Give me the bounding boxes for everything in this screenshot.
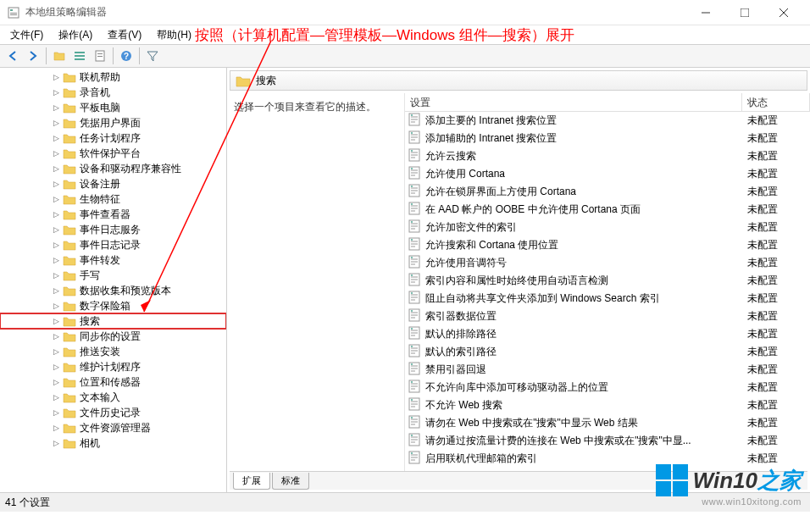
tree-item[interactable]: ▷软件保护平台 xyxy=(0,146,226,161)
expander-icon[interactable]: ▷ xyxy=(51,133,61,143)
forward-button[interactable] xyxy=(24,47,42,65)
tree-item[interactable]: ▷生物特征 xyxy=(0,191,226,207)
help-button[interactable]: ? xyxy=(117,47,136,65)
list-row[interactable]: 允许加密文件的索引未配置 xyxy=(405,219,810,236)
list-row[interactable]: 添加主要的 Intranet 搜索位置未配置 xyxy=(405,112,810,130)
menu-view[interactable]: 查看(V) xyxy=(101,26,148,44)
svg-rect-11 xyxy=(75,55,85,57)
filter-button[interactable] xyxy=(143,47,162,65)
setting-label: 允许使用 Cortana xyxy=(425,167,742,181)
expander-icon[interactable]: ▷ xyxy=(51,270,61,280)
policy-icon xyxy=(408,433,422,449)
expander-icon[interactable]: ▷ xyxy=(51,346,61,357)
list-row[interactable]: 阻止自动将共享文件夹添加到 Windows Search 索引未配置 xyxy=(405,290,810,308)
tree-item[interactable]: ▷设备注册 xyxy=(0,176,226,191)
tree-item[interactable]: ▷推送安装 xyxy=(0,344,226,359)
tree-item[interactable]: ▷手写 xyxy=(0,268,226,283)
expander-icon[interactable]: ▷ xyxy=(51,285,61,296)
expander-icon[interactable]: ▷ xyxy=(51,331,61,341)
tree-item[interactable]: ▷录音机 xyxy=(0,85,226,100)
tree-item[interactable]: ▷数字保险箱 xyxy=(0,298,226,313)
properties-button[interactable] xyxy=(91,47,109,65)
list-row[interactable]: 不允许 Web 搜索未配置 xyxy=(405,396,810,414)
list-row[interactable]: 添加辅助的 Intranet 搜索位置未配置 xyxy=(405,130,810,147)
tree-item-label: 录音机 xyxy=(80,86,110,100)
setting-state: 未配置 xyxy=(742,238,810,252)
list-row[interactable]: 请勿在 Web 中搜索或在"搜索"中显示 Web 结果未配置 xyxy=(405,414,810,432)
close-button[interactable] xyxy=(764,0,803,25)
expander-icon[interactable]: ▷ xyxy=(51,423,61,433)
list-row[interactable]: 不允许向库中添加可移动驱动器上的位置未配置 xyxy=(405,379,810,396)
tree-item[interactable]: ▷搜索 xyxy=(0,313,226,329)
list-row[interactable]: 索引器数据位置未配置 xyxy=(405,308,810,325)
list-button[interactable] xyxy=(70,47,89,65)
expander-icon[interactable]: ▷ xyxy=(51,72,61,82)
tree-pane[interactable]: ▷联机帮助▷录音机▷平板电脑▷凭据用户界面▷任务计划程序▷软件保护平台▷设备和驱… xyxy=(0,68,227,492)
expander-icon[interactable]: ▷ xyxy=(51,148,61,158)
expander-icon[interactable]: ▷ xyxy=(51,103,61,113)
tab-extended[interactable]: 扩展 xyxy=(233,473,270,490)
list-row[interactable]: 在 AAD 帐户的 OOBE 中允许使用 Cortana 页面未配置 xyxy=(405,201,810,219)
expander-icon[interactable]: ▷ xyxy=(51,392,61,402)
list-row[interactable]: 默认的索引路径未配置 xyxy=(405,343,810,361)
list-row[interactable]: 启用联机代理邮箱的索引未配置 xyxy=(405,450,810,468)
expander-icon[interactable]: ▷ xyxy=(51,301,61,311)
settings-list[interactable]: 设置 状态 添加主要的 Intranet 搜索位置未配置添加辅助的 Intran… xyxy=(405,93,810,471)
tree-item[interactable]: ▷事件转发 xyxy=(0,252,226,268)
list-row[interactable]: 索引内容和属性时始终使用自动语言检测未配置 xyxy=(405,272,810,290)
tree-item[interactable]: ▷文件资源管理器 xyxy=(0,420,226,435)
maximize-button[interactable] xyxy=(725,0,764,25)
expander-icon[interactable]: ▷ xyxy=(51,194,61,204)
expander-icon[interactable]: ▷ xyxy=(51,377,61,387)
menu-help[interactable]: 帮助(H) xyxy=(150,26,198,44)
tree-item[interactable]: ▷位置和传感器 xyxy=(0,374,226,390)
column-state[interactable]: 状态 xyxy=(742,93,810,111)
expander-icon[interactable]: ▷ xyxy=(51,224,61,235)
back-button[interactable] xyxy=(3,47,22,65)
list-row[interactable]: 禁用引器回退未配置 xyxy=(405,361,810,379)
tree-item-label: 文件资源管理器 xyxy=(80,421,151,435)
tree-item[interactable]: ▷设备和驱动程序兼容性 xyxy=(0,161,226,176)
expander-icon[interactable]: ▷ xyxy=(51,255,61,265)
expander-icon[interactable]: ▷ xyxy=(51,118,61,128)
folder-icon xyxy=(236,75,251,87)
list-row[interactable]: 允许云搜索未配置 xyxy=(405,147,810,165)
tree-item[interactable]: ▷维护计划程序 xyxy=(0,359,226,374)
tab-standard[interactable]: 标准 xyxy=(272,473,309,490)
expander-icon[interactable]: ▷ xyxy=(51,407,61,418)
column-setting[interactable]: 设置 xyxy=(405,93,742,111)
up-button[interactable] xyxy=(50,47,69,65)
tree-item-label: 位置和传感器 xyxy=(80,375,141,390)
expander-icon[interactable]: ▷ xyxy=(51,87,61,97)
setting-state: 未配置 xyxy=(742,220,810,235)
tree-item[interactable]: ▷联机帮助 xyxy=(0,69,226,85)
tree-item[interactable]: ▷平板电脑 xyxy=(0,100,226,115)
tree-item[interactable]: ▷事件日志服务 xyxy=(0,222,226,237)
list-row[interactable]: 允许搜索和 Cortana 使用位置未配置 xyxy=(405,236,810,254)
tree-item[interactable]: ▷文本输入 xyxy=(0,390,226,405)
menu-action[interactable]: 操作(A) xyxy=(52,26,99,44)
tree-item[interactable]: ▷同步你的设置 xyxy=(0,329,226,344)
list-row[interactable]: 允许在锁屏界面上方使用 Cortana未配置 xyxy=(405,183,810,201)
tree-item[interactable]: ▷事件日志记录 xyxy=(0,237,226,252)
list-row[interactable]: 默认的排除路径未配置 xyxy=(405,325,810,343)
tree-item[interactable]: ▷文件历史记录 xyxy=(0,405,226,420)
tree-item[interactable]: ▷相机 xyxy=(0,435,226,451)
list-row[interactable]: 允许使用音调符号未配置 xyxy=(405,254,810,272)
list-row[interactable]: 请勿通过按流量计费的连接在 Web 中搜索或在"搜索"中显...未配置 xyxy=(405,432,810,450)
tree-item[interactable]: ▷数据收集和预览版本 xyxy=(0,283,226,298)
tree-item[interactable]: ▷任务计划程序 xyxy=(0,130,226,146)
expander-icon[interactable]: ▷ xyxy=(51,316,61,326)
expander-icon[interactable]: ▷ xyxy=(51,438,61,448)
expander-icon[interactable]: ▷ xyxy=(51,240,61,250)
expander-icon[interactable]: ▷ xyxy=(51,362,61,372)
tree-item[interactable]: ▷事件查看器 xyxy=(0,207,226,222)
tree-item[interactable]: ▷凭据用户界面 xyxy=(0,115,226,130)
expander-icon[interactable]: ▷ xyxy=(51,179,61,189)
menu-file[interactable]: 文件(F) xyxy=(3,26,50,44)
expander-icon[interactable]: ▷ xyxy=(51,209,61,219)
expander-icon[interactable]: ▷ xyxy=(51,163,61,174)
list-row[interactable]: 允许使用 Cortana未配置 xyxy=(405,165,810,183)
setting-label: 允许加密文件的索引 xyxy=(425,220,742,235)
minimize-button[interactable] xyxy=(686,0,725,25)
